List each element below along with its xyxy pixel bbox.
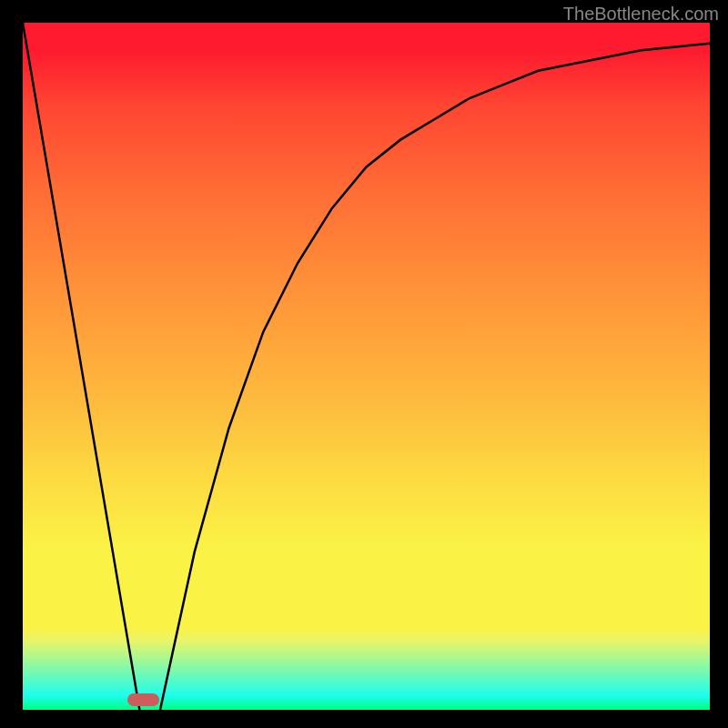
bottleneck-curve xyxy=(23,23,710,710)
watermark-text: TheBottleneck.com xyxy=(563,4,719,25)
chart-curve xyxy=(23,23,710,710)
optimal-point-marker xyxy=(127,693,159,706)
